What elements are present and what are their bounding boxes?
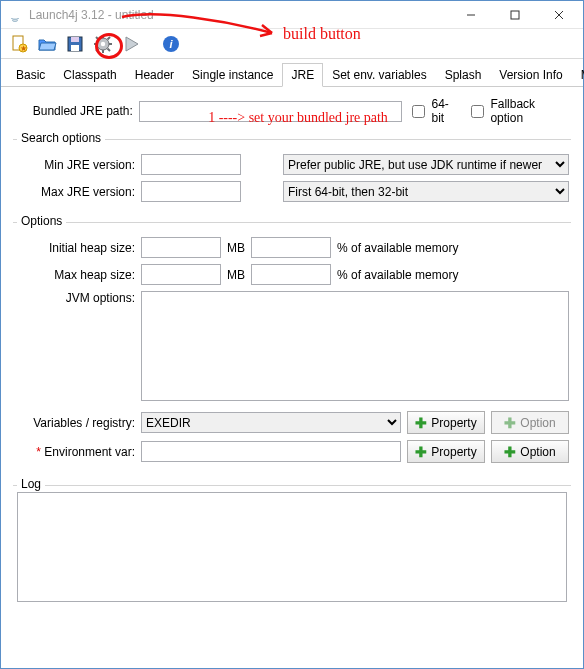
tab-messages[interactable]: Messages (572, 63, 584, 87)
plus-icon: ✚ (504, 445, 516, 459)
svg-rect-1 (511, 11, 519, 19)
max-heap-input[interactable] (141, 264, 221, 285)
plus-icon: ✚ (415, 416, 427, 430)
app-window: Launch4j 3.12 - untitled ★ i Basic Class… (0, 0, 584, 669)
jre-preference-dropdown[interactable]: Prefer public JRE, but use JDK runtime i… (283, 154, 569, 175)
tab-jre[interactable]: JRE (282, 63, 323, 87)
min-jre-input[interactable] (141, 154, 241, 175)
tab-single-instance[interactable]: Single instance (183, 63, 282, 87)
tab-basic[interactable]: Basic (7, 63, 54, 87)
new-file-button[interactable]: ★ (7, 32, 31, 56)
java-icon (7, 7, 23, 23)
open-folder-button[interactable] (35, 32, 59, 56)
tab-set-env[interactable]: Set env. variables (323, 63, 436, 87)
tab-header[interactable]: Header (126, 63, 183, 87)
pct-memory-label-2: % of available memory (337, 268, 458, 282)
arch-preference-dropdown[interactable]: First 64-bit, then 32-bit (283, 181, 569, 202)
add-property-button[interactable]: ✚Property (407, 411, 485, 434)
max-jre-label: Max JRE version: (15, 185, 135, 199)
log-legend: Log (17, 477, 45, 491)
svg-text:★: ★ (20, 44, 27, 53)
mb-label: MB (227, 241, 245, 255)
svg-rect-8 (71, 37, 79, 42)
search-options-legend: Search options (17, 131, 105, 145)
variables-registry-label: Variables / registry: (15, 416, 135, 430)
initial-heap-pct-input[interactable] (251, 237, 331, 258)
svg-line-16 (96, 37, 99, 40)
jvm-options-label: JVM options: (15, 291, 135, 305)
titlebar: Launch4j 3.12 - untitled (1, 1, 583, 29)
tab-classpath[interactable]: Classpath (54, 63, 125, 87)
fallback-option-checkbox[interactable]: Fallback option (467, 97, 571, 125)
max-jre-input[interactable] (141, 181, 241, 202)
tab-bar: Basic Classpath Header Single instance J… (1, 59, 583, 87)
svg-point-11 (101, 41, 105, 45)
plus-icon: ✚ (415, 445, 427, 459)
build-button[interactable] (91, 32, 115, 56)
close-button[interactable] (537, 2, 581, 28)
pct-memory-label: % of available memory (337, 241, 458, 255)
window-title: Launch4j 3.12 - untitled (29, 8, 449, 22)
environment-var-input[interactable] (141, 441, 401, 462)
options-legend: Options (17, 214, 66, 228)
env-property-button[interactable]: ✚Property (407, 440, 485, 463)
maximize-button[interactable] (493, 2, 537, 28)
plus-icon: ✚ (504, 416, 516, 430)
minimize-button[interactable] (449, 2, 493, 28)
sixtyfour-bit-checkbox[interactable]: 64-bit (408, 97, 461, 125)
min-jre-label: Min JRE version: (15, 158, 135, 172)
jvm-options-textarea[interactable] (141, 291, 569, 401)
run-button[interactable] (119, 32, 143, 56)
bundled-jre-input[interactable] (139, 101, 403, 122)
svg-rect-9 (71, 45, 79, 51)
jre-panel: Bundled JRE path: 64-bit Fallback option… (1, 87, 583, 612)
tab-version-info[interactable]: Version Info (490, 63, 571, 87)
tab-splash[interactable]: Splash (436, 63, 491, 87)
svg-marker-20 (126, 37, 138, 51)
bundled-jre-label: Bundled JRE path: (13, 104, 133, 118)
svg-line-17 (108, 48, 111, 51)
variables-registry-dropdown[interactable]: EXEDIR (141, 412, 401, 433)
info-button[interactable]: i (159, 32, 183, 56)
toolbar: ★ i (1, 29, 583, 59)
max-heap-label: Max heap size: (15, 268, 135, 282)
environment-var-label: * * Environment var:Environment var: (15, 445, 135, 459)
mb-label-2: MB (227, 268, 245, 282)
initial-heap-label: Initial heap size: (15, 241, 135, 255)
max-heap-pct-input[interactable] (251, 264, 331, 285)
add-option-button-disabled: ✚Option (491, 411, 569, 434)
env-option-button[interactable]: ✚Option (491, 440, 569, 463)
log-textarea[interactable] (17, 492, 567, 602)
initial-heap-input[interactable] (141, 237, 221, 258)
svg-line-19 (96, 48, 99, 51)
save-button[interactable] (63, 32, 87, 56)
svg-line-18 (108, 37, 111, 40)
